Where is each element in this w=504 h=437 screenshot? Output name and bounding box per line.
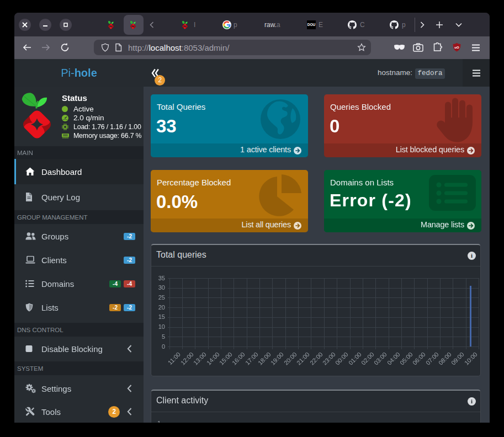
- svg-text:uO: uO: [454, 46, 459, 49]
